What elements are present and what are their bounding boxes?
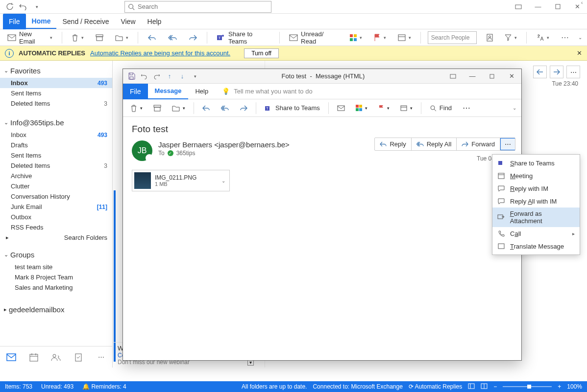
nav-favorites-header[interactable]: ⌄Favorites [0, 64, 112, 78]
flag-button[interactable]: ▾ [371, 32, 389, 43]
nav-acct-7[interactable]: Junk Email[11] [0, 202, 112, 212]
ribbon-collapse-icon[interactable]: ⌄ [578, 35, 582, 40]
status-autoreply[interactable]: ⟳ Automatic Replies [409, 383, 462, 390]
popout-rules-button[interactable]: ▾ [398, 104, 415, 113]
search-box[interactable] [124, 1, 271, 13]
popout-ribbon-collapse-icon[interactable]: ⌄ [513, 105, 516, 111]
mail-module-icon[interactable] [6, 352, 16, 362]
redo-icon[interactable] [152, 72, 161, 81]
nav-acct-4[interactable]: Archive [0, 171, 112, 181]
turn-off-button[interactable]: Turn off [244, 48, 279, 58]
reply-all-button[interactable] [166, 33, 179, 43]
nav-acct-3[interactable]: Deleted Items3 [0, 161, 112, 171]
zoom-out-icon[interactable]: − [493, 383, 497, 390]
prev-item-button[interactable] [533, 66, 547, 78]
ctx-translate[interactable]: Translate Message [492, 240, 580, 253]
nav-group-0[interactable]: test team site [0, 262, 112, 272]
undo-icon[interactable] [140, 72, 148, 81]
more-modules-icon[interactable]: ⋯ [96, 352, 106, 362]
nav-group-2[interactable]: Sales and Marketing [0, 282, 112, 293]
popout-reply-button[interactable] [200, 104, 213, 113]
nav-shared-header[interactable]: ▸gedeeldemailbox [0, 302, 112, 317]
popout-minimize-icon[interactable]: — [463, 69, 482, 84]
ribbon-display-icon[interactable] [509, 0, 528, 14]
next-item-button[interactable] [550, 66, 563, 78]
share-teams-button[interactable]: T Share to Teams [214, 29, 272, 46]
minimize-icon[interactable]: — [528, 0, 548, 14]
search-input[interactable] [138, 3, 268, 10]
nav-acct-2[interactable]: Sent Items [0, 150, 112, 161]
nav-acct-9[interactable]: RSS Feeds [0, 222, 112, 232]
rules-button[interactable]: ▾ [395, 33, 414, 43]
nav-acct-8[interactable]: Outbox [0, 212, 112, 222]
maximize-icon[interactable] [548, 0, 567, 14]
tasks-module-icon[interactable] [73, 352, 83, 362]
ctx-reply-all-im[interactable]: Reply All with IM [492, 195, 580, 208]
nav-groups-header[interactable]: ⌄Groups [0, 248, 112, 262]
tab-send-receive[interactable]: Send / Receive [56, 14, 115, 29]
view-reading-icon[interactable] [481, 383, 488, 391]
nav-acct-6[interactable]: Conversation History [0, 191, 112, 202]
nav-acct-0[interactable]: Inbox493 [0, 130, 112, 140]
categorize-button[interactable]: ▾ [347, 33, 365, 43]
unread-read-button[interactable]: Unread/ Read [287, 29, 341, 46]
nav-fav-1[interactable]: Sent Items [0, 88, 112, 98]
ctx-reply-im[interactable]: Reply with IM [492, 182, 580, 195]
nav-search-folders[interactable]: ▸Search Folders [0, 232, 112, 243]
tab-home[interactable]: Home [26, 14, 57, 29]
sync-icon[interactable] [5, 2, 14, 11]
translate-button[interactable]: ▾ [534, 32, 552, 43]
ctx-share-teams[interactable]: Share to Teams [492, 157, 580, 169]
popout-close-icon[interactable]: ✕ [502, 69, 521, 84]
find-button[interactable]: Find [427, 103, 454, 113]
attachment[interactable]: IMG_0211.PNG 1 MB ⌄ [132, 170, 230, 191]
popout-delete-button[interactable]: ▾ [128, 103, 145, 114]
nav-group-1[interactable]: Mark 8 Project Team [0, 272, 112, 282]
zoom-slider[interactable] [503, 386, 552, 387]
nav-account-header[interactable]: ⌄Info@365tips.be [0, 115, 112, 130]
tab-help[interactable]: Help [142, 14, 168, 29]
calendar-module-icon[interactable] [29, 352, 39, 362]
zoom-in-icon[interactable]: + [558, 383, 561, 390]
popout-forward-button[interactable] [237, 104, 250, 113]
undo-icon[interactable] [19, 2, 27, 11]
move-button[interactable]: ▾ [113, 33, 131, 43]
view-normal-icon[interactable] [468, 383, 475, 391]
more-actions-button[interactable]: ⋯ [500, 138, 515, 150]
popout-tab-help[interactable]: Help [188, 84, 215, 99]
attachment-dropdown-icon[interactable]: ⌄ [220, 178, 227, 184]
reading-more-button[interactable]: ⋯ [566, 66, 580, 78]
filter-button[interactable]: ▾ [502, 33, 519, 43]
nav-acct-1[interactable]: Drafts [0, 140, 112, 150]
address-book-button[interactable] [484, 32, 495, 43]
nav-fav-2[interactable]: Deleted Items3 [0, 98, 112, 109]
infobar-link[interactable]: Automatic Replies are being sent for thi… [90, 49, 230, 57]
popout-maximize-icon[interactable] [482, 69, 502, 84]
reply-action[interactable]: Reply [375, 138, 411, 150]
popout-tab-message[interactable]: Message [148, 84, 189, 99]
nav-acct-5[interactable]: Clutter [0, 181, 112, 191]
popout-more-button[interactable]: ⋯ [460, 102, 473, 114]
reply-all-action[interactable]: Reply All [412, 138, 457, 150]
popout-flag-button[interactable]: ▾ [376, 103, 392, 113]
qat-dropdown-icon[interactable]: ▾ [191, 72, 199, 81]
nav-fav-0[interactable]: Inbox493 [0, 78, 112, 88]
tab-file[interactable]: File [3, 14, 26, 29]
more-ribbon-button[interactable]: ⋯ [559, 31, 571, 44]
ctx-forward-attachment[interactable]: Forward as Attachment [492, 208, 580, 227]
forward-action[interactable]: Forward [457, 138, 500, 150]
ctx-meeting[interactable]: Meeting [492, 169, 580, 182]
move-up-icon[interactable]: ↑ [165, 72, 174, 81]
archive-button[interactable] [93, 33, 106, 43]
ctx-call[interactable]: Call▸ [492, 227, 580, 240]
qat-dropdown-icon[interactable]: ▾ [32, 2, 41, 11]
move-down-icon[interactable]: ↓ [178, 72, 187, 81]
search-people-input[interactable]: Search People [428, 31, 477, 44]
popout-share-teams-button[interactable]: TShare to Teams [262, 103, 322, 114]
status-reminders[interactable]: 🔔 Reminders: 4 [82, 383, 126, 390]
people-module-icon[interactable] [51, 352, 61, 362]
popout-archive-button[interactable] [151, 103, 164, 113]
save-icon[interactable] [127, 72, 136, 81]
infobar-close-icon[interactable]: ✕ [577, 49, 582, 57]
new-email-button[interactable]: New Email ▾ [5, 29, 55, 46]
